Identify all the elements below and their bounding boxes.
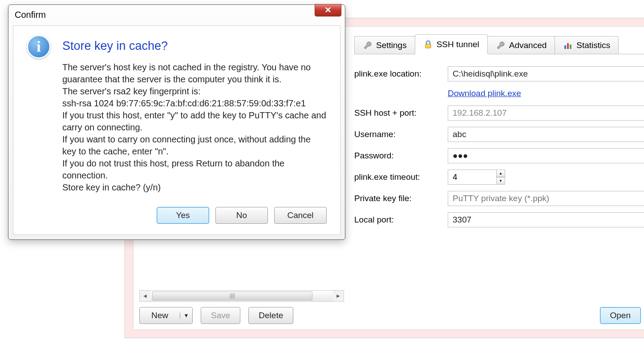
settings-tabbar: Settings SSH tunnel Advanced <box>354 35 644 54</box>
svg-rect-0 <box>425 44 431 48</box>
new-session-dropdown-icon[interactable]: ▼ <box>180 312 192 319</box>
open-button[interactable]: Open <box>600 307 641 324</box>
ssh-host-input[interactable] <box>448 105 644 121</box>
dialog-title: Confirm <box>15 10 46 20</box>
tab-advanced[interactable]: Advanced <box>487 36 555 54</box>
info-icon: i <box>27 35 51 59</box>
tab-settings-label: Settings <box>376 40 407 50</box>
password-input[interactable] <box>448 148 644 163</box>
scroll-right-arrow-icon[interactable]: ► <box>333 291 344 301</box>
new-session-label: New <box>140 311 180 320</box>
tab-ssh-tunnel[interactable]: SSH tunnel <box>415 34 488 54</box>
wrench-icon <box>496 40 506 50</box>
tab-statistics-label: Statistics <box>576 40 610 50</box>
scroll-thumb[interactable] <box>152 291 312 300</box>
delete-session-button[interactable]: Delete <box>248 307 293 324</box>
download-plink-link[interactable]: Download plink.exe <box>448 89 521 98</box>
confirm-dialog: Confirm i Store key in cache? The server… <box>8 4 345 240</box>
new-session-button[interactable]: New ▼ <box>139 307 193 324</box>
plink-timeout-label: plink.exe timeout: <box>354 172 448 182</box>
plink-location-input[interactable] <box>448 66 644 81</box>
wrench-icon <box>363 40 373 50</box>
plink-timeout-input[interactable] <box>448 170 497 185</box>
session-list-hscrollbar[interactable]: ◄ ► <box>139 290 344 302</box>
private-key-input[interactable] <box>448 191 644 206</box>
scroll-left-arrow-icon[interactable]: ◄ <box>140 291 150 301</box>
svg-rect-1 <box>564 45 566 49</box>
tab-ssh-label: SSH tunnel <box>437 40 479 49</box>
password-label: Password: <box>354 151 448 161</box>
close-icon <box>324 6 332 15</box>
tab-settings[interactable]: Settings <box>354 36 415 54</box>
username-input[interactable] <box>448 127 644 142</box>
dialog-body-text: The server's host key is not cached in t… <box>62 61 327 194</box>
cancel-button[interactable]: Cancel <box>274 207 327 224</box>
svg-rect-3 <box>570 44 571 49</box>
save-session-button[interactable]: Save <box>201 307 240 324</box>
local-port-label: Local port: <box>354 215 448 225</box>
private-key-label: Private key file: <box>354 194 448 203</box>
ssh-host-label: SSH host + port: <box>354 108 448 118</box>
scroll-track[interactable] <box>150 291 333 301</box>
plink-location-label: plink.exe location: <box>354 69 448 79</box>
bar-chart-icon <box>563 40 573 50</box>
yes-button[interactable]: Yes <box>157 207 209 224</box>
timeout-spin-up-icon[interactable]: ▲ <box>496 170 505 177</box>
ssh-tunnel-form: plink.exe location: Download plink.exe S… <box>354 63 644 231</box>
local-port-input[interactable] <box>448 212 644 227</box>
timeout-spin-down-icon[interactable]: ▼ <box>496 177 505 185</box>
tab-statistics[interactable]: Statistics <box>555 36 619 54</box>
no-button[interactable]: No <box>215 207 268 224</box>
lock-icon <box>423 40 433 49</box>
svg-rect-2 <box>567 43 569 49</box>
dialog-titlebar[interactable]: Confirm <box>8 5 345 24</box>
username-label: Username: <box>354 129 448 139</box>
tab-advanced-label: Advanced <box>509 40 547 50</box>
dialog-heading: Store key in cache? <box>62 39 168 53</box>
close-button[interactable] <box>315 4 341 16</box>
